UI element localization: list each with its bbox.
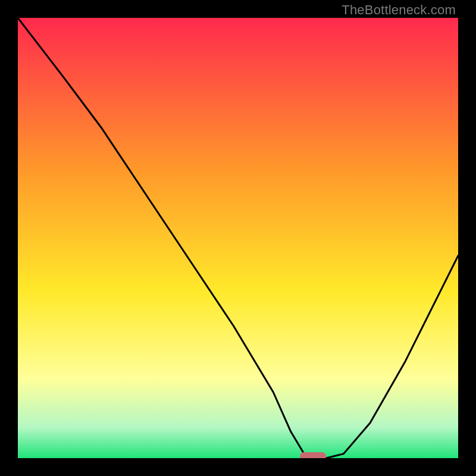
plot-frame-bottom [0,458,476,476]
bottleneck-curve [18,18,458,458]
plot-area [18,18,458,458]
plot-frame-right [458,0,476,476]
optimal-marker [300,452,326,458]
watermark-text: TheBottleneck.com [342,2,456,18]
plot-frame-left [0,0,18,476]
